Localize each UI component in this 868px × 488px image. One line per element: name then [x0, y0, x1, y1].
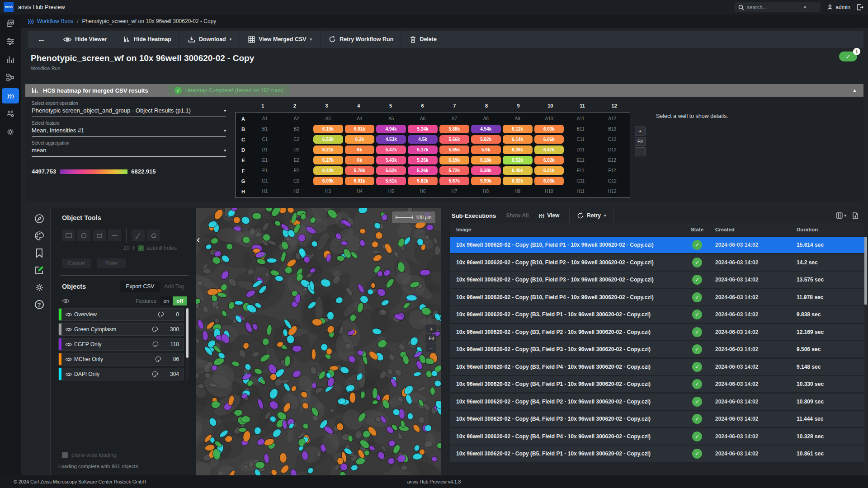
- well-H8[interactable]: H8: [470, 189, 502, 194]
- object-group-row[interactable]: MCher Only86: [58, 353, 184, 366]
- well-H6[interactable]: H6: [407, 189, 439, 194]
- ellipse-tool-button[interactable]: [77, 230, 90, 241]
- well-B9[interactable]: 6.12k: [503, 125, 533, 133]
- well-G8[interactable]: 5.99k: [471, 177, 501, 185]
- well-G9[interactable]: 6.32k: [503, 177, 533, 185]
- retry-dropdown-button[interactable]: Retry ▾: [569, 208, 613, 223]
- show-all-button[interactable]: Show All: [506, 212, 528, 219]
- well-D12[interactable]: D12: [596, 147, 628, 152]
- bookmarks-button[interactable]: [34, 248, 45, 258]
- well-F9[interactable]: 6.46k: [503, 166, 533, 175]
- fit-button[interactable]: Fit: [635, 137, 646, 146]
- cancel-button[interactable]: Cancel: [62, 258, 91, 268]
- well-C9[interactable]: 6.14k: [503, 135, 533, 144]
- eraser-tool-button[interactable]: [147, 230, 160, 241]
- well-G2[interactable]: G2: [281, 178, 312, 183]
- well-C2[interactable]: C2: [281, 137, 312, 142]
- select-dropdown[interactable]: Select aggregationmean▾: [32, 140, 226, 157]
- eye-icon[interactable]: [65, 372, 72, 377]
- well-E3[interactable]: 6.27k: [313, 156, 343, 164]
- well-C12[interactable]: C12: [596, 137, 628, 142]
- zoom-out-button[interactable]: −: [635, 147, 646, 156]
- column-header-state[interactable]: State: [679, 227, 715, 232]
- well-F11[interactable]: F11: [565, 168, 596, 173]
- well-H12[interactable]: H12: [596, 189, 628, 194]
- select-value[interactable]: Phenotypic screen_object_and_group - Obj…: [32, 107, 226, 117]
- well-D8[interactable]: 5.9k: [471, 145, 501, 154]
- well-B6[interactable]: 5.34k: [408, 125, 438, 133]
- eye-icon[interactable]: [65, 312, 72, 317]
- table-row[interactable]: 10x 96well 300620-02 - Copy (B3, Field P…: [450, 359, 864, 375]
- well-F8[interactable]: 5.38k: [471, 166, 501, 175]
- well-E8[interactable]: 6.18k: [471, 156, 501, 164]
- eye-icon[interactable]: [65, 357, 72, 362]
- run-status-badge[interactable]: ✓ 1: [839, 52, 857, 61]
- eye-icon[interactable]: [65, 327, 72, 332]
- viewer-settings-button[interactable]: [34, 282, 45, 293]
- well-E11[interactable]: E11: [565, 158, 596, 163]
- brush-tool-button[interactable]: [132, 230, 145, 241]
- back-button[interactable]: ←: [28, 31, 55, 48]
- well-C4[interactable]: 6.2k: [345, 135, 375, 144]
- well-G7[interactable]: 5.67k: [439, 177, 469, 185]
- well-A6[interactable]: A6: [407, 116, 439, 121]
- well-E10[interactable]: 6.02k: [534, 156, 564, 164]
- well-E4[interactable]: 6k: [345, 156, 375, 164]
- well-H3[interactable]: H3: [312, 189, 344, 194]
- well-C10[interactable]: 6.06k: [534, 135, 564, 144]
- well-D2[interactable]: D2: [281, 147, 312, 152]
- table-row[interactable]: 10x 96well 300620-02 - Copy (B5, Field P…: [450, 446, 864, 462]
- collapse-chevron-icon[interactable]: ▲: [852, 88, 857, 93]
- well-E7[interactable]: 6.19k: [439, 156, 469, 164]
- edit-objects-button[interactable]: [34, 265, 45, 276]
- column-header-duration[interactable]: Duration: [797, 227, 864, 232]
- well-H11[interactable]: H11: [565, 189, 596, 194]
- well-G4[interactable]: 6.01k: [345, 177, 375, 185]
- heatmap-section-header[interactable]: HCS heatmap for merged CSV results ✓ Hea…: [25, 84, 863, 97]
- collapse-panel-arrow[interactable]: ‹: [197, 234, 200, 246]
- well-B11[interactable]: B11: [565, 127, 596, 131]
- well-G10[interactable]: 6.03k: [534, 177, 564, 185]
- column-header-image[interactable]: Image: [450, 227, 679, 232]
- well-A9[interactable]: A9: [502, 116, 533, 121]
- well-D1[interactable]: D1: [249, 147, 281, 152]
- object-group-row[interactable]: Overview0: [58, 308, 184, 321]
- well-H9[interactable]: H9: [502, 189, 533, 194]
- eye-icon[interactable]: [62, 298, 70, 304]
- well-H7[interactable]: H7: [439, 189, 470, 194]
- palette-icon[interactable]: [152, 341, 159, 347]
- features-on-button[interactable]: on: [160, 296, 173, 305]
- download-button[interactable]: Download ▾: [180, 31, 240, 48]
- well-E12[interactable]: E12: [596, 158, 628, 163]
- well-F7[interactable]: 5.72k: [439, 166, 469, 175]
- export-csv-button[interactable]: Export CSV: [120, 281, 160, 292]
- navigate-tool-button[interactable]: [34, 213, 45, 224]
- well-B10[interactable]: 6.03k: [534, 125, 564, 133]
- sidebar-item-adjustments[interactable]: [0, 33, 21, 51]
- table-row[interactable]: 10x 96well 300620-02 - Copy (B10, Field …: [450, 254, 864, 271]
- well-E6[interactable]: 5.35k: [408, 156, 438, 164]
- table-scrollbar[interactable]: [864, 237, 867, 475]
- column-header-created[interactable]: Created: [715, 227, 797, 232]
- table-row[interactable]: 10x 96well 300620-02 - Copy (B10, Field …: [450, 237, 864, 253]
- hide-heatmap-button[interactable]: Hide Heatmap: [115, 31, 179, 48]
- well-A7[interactable]: A7: [439, 116, 470, 121]
- line-tool-button[interactable]: [108, 230, 121, 241]
- well-D11[interactable]: D11: [565, 147, 596, 152]
- well-B7[interactable]: 5.88k: [439, 125, 469, 133]
- rectangle-tool-button[interactable]: [62, 230, 75, 241]
- palette-icon[interactable]: [155, 356, 161, 362]
- table-row[interactable]: 10x 96well 300620-02 - Copy (B3, Field P…: [450, 324, 864, 340]
- features-toggle[interactable]: on off: [160, 296, 187, 305]
- features-off-button[interactable]: off: [173, 296, 187, 305]
- well-E9[interactable]: 6.52k: [503, 156, 533, 164]
- object-group-row[interactable]: DAPI Only304: [58, 368, 184, 380]
- enter-button[interactable]: Enter: [97, 258, 126, 268]
- well-A4[interactable]: A4: [344, 116, 376, 121]
- table-row[interactable]: 10x 96well 300620-02 - Copy (B4, Field P…: [450, 376, 864, 392]
- palette-icon[interactable]: [152, 326, 158, 333]
- sidebar-item-workflows[interactable]: [0, 69, 21, 87]
- retry-workflow-run-button[interactable]: Retry Workflow Run: [321, 31, 401, 48]
- add-tag-button[interactable]: Add Tag: [160, 281, 189, 292]
- well-H5[interactable]: H5: [375, 189, 407, 194]
